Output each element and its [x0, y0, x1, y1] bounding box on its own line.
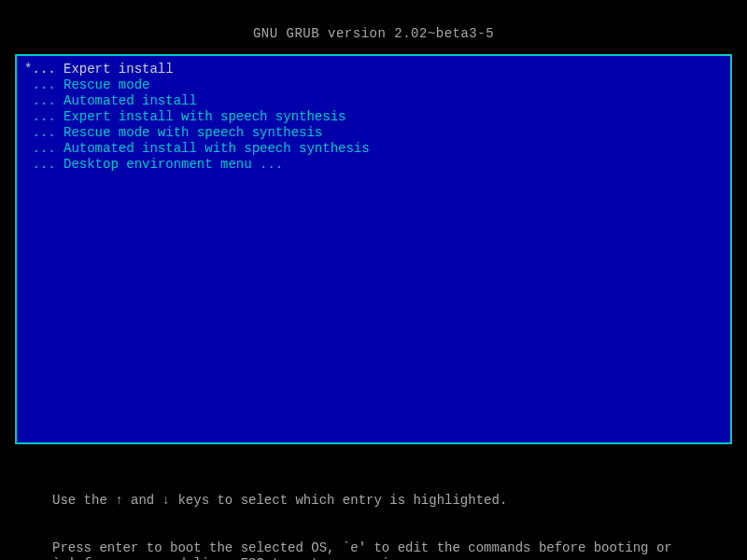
- menu-item-prefix: ...: [24, 141, 63, 156]
- menu-item-expert-install-speech[interactable]: ... Expert install with speech synthesis: [19, 109, 728, 125]
- menu-item-label: Rescue mode with speech synthesis: [63, 125, 322, 140]
- menu-item-label: Rescue mode: [63, 77, 149, 92]
- help-text: Use the ↑ and ↓ keys to select which ent…: [0, 444, 747, 560]
- menu-item-prefix: ...: [24, 77, 63, 92]
- menu-item-prefix: ...: [24, 157, 63, 172]
- menu-item-automated-install-speech[interactable]: ... Automated install with speech synthe…: [19, 141, 728, 157]
- menu-item-prefix: ...: [24, 93, 63, 108]
- menu-item-automated-install[interactable]: ... Automated install: [19, 93, 728, 109]
- menu-item-prefix: ...: [24, 109, 63, 124]
- menu-item-prefix: ...: [24, 125, 63, 140]
- boot-menu: *... Expert install ... Rescue mode ... …: [15, 54, 732, 444]
- grub-title: GNU GRUB version 2.02~beta3-5: [253, 26, 494, 41]
- menu-item-rescue-mode[interactable]: ... Rescue mode: [19, 77, 728, 93]
- menu-item-rescue-mode-speech[interactable]: ... Rescue mode with speech synthesis: [19, 125, 728, 141]
- menu-item-label: Desktop environment menu ...: [63, 157, 283, 172]
- menu-item-label: Automated install: [63, 93, 197, 108]
- menu-item-prefix: *...: [24, 62, 63, 77]
- help-line-2: Press enter to boot the selected OS, `e'…: [52, 540, 695, 560]
- menu-item-label: Automated install with speech synthesis: [63, 141, 370, 156]
- menu-item-label: Expert install: [63, 62, 174, 77]
- help-line-1: Use the ↑ and ↓ keys to select which ent…: [52, 493, 695, 509]
- menu-item-expert-install[interactable]: *... Expert install: [19, 62, 728, 77]
- grub-header: GNU GRUB version 2.02~beta3-5: [0, 0, 747, 54]
- menu-item-label: Expert install with speech synthesis: [63, 109, 345, 124]
- menu-item-desktop-environment[interactable]: ... Desktop environment menu ...: [19, 157, 728, 173]
